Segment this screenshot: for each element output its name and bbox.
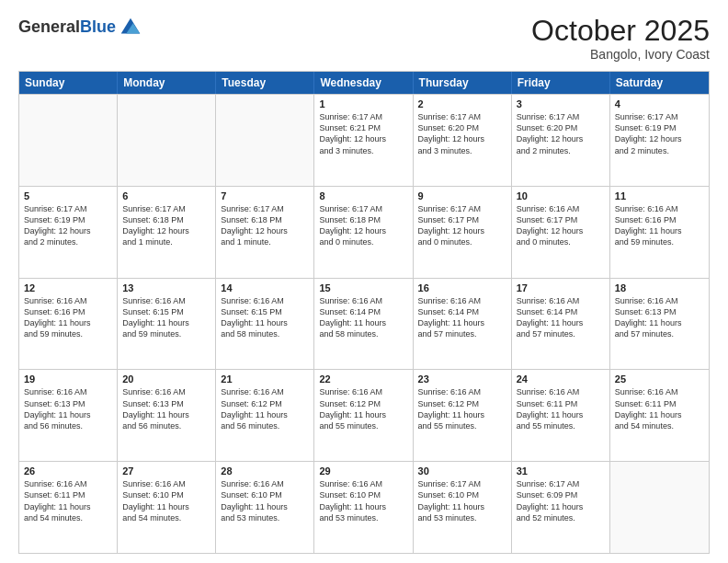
day-number: 26 [24, 465, 112, 477]
day-number: 4 [615, 98, 704, 109]
day-number: 20 [122, 373, 210, 385]
cal-cell-day-21: 21Sunrise: 6:16 AM Sunset: 6:12 PM Dayli… [216, 370, 314, 461]
calendar-header-row: SundayMondayTuesdayWednesdayThursdayFrid… [19, 72, 709, 94]
cal-header-saturday: Saturday [610, 72, 709, 94]
cell-info: Sunrise: 6:16 AM Sunset: 6:11 PM Dayligh… [24, 478, 112, 523]
cell-info: Sunrise: 6:16 AM Sunset: 6:13 PM Dayligh… [615, 295, 704, 340]
cal-header-thursday: Thursday [414, 72, 512, 94]
cal-cell-day-13: 13Sunrise: 6:16 AM Sunset: 6:15 PM Dayli… [118, 279, 216, 370]
day-number: 12 [24, 282, 112, 293]
cal-cell-day-19: 19Sunrise: 6:16 AM Sunset: 6:13 PM Dayli… [19, 370, 118, 461]
day-number: 10 [517, 190, 605, 201]
cell-info: Sunrise: 6:16 AM Sunset: 6:11 PM Dayligh… [615, 386, 704, 431]
cal-cell-day-7: 7Sunrise: 6:17 AM Sunset: 6:18 PM Daylig… [216, 187, 314, 278]
cal-cell-empty [19, 95, 118, 186]
cal-cell-day-27: 27Sunrise: 6:16 AM Sunset: 6:10 PM Dayli… [118, 462, 216, 553]
day-number: 18 [615, 282, 704, 293]
logo-general-text: General [18, 17, 80, 36]
cal-row-5: 26Sunrise: 6:16 AM Sunset: 6:11 PM Dayli… [19, 461, 709, 553]
cal-cell-day-2: 2Sunrise: 6:17 AM Sunset: 6:20 PM Daylig… [414, 95, 512, 186]
cal-header-friday: Friday [512, 72, 610, 94]
cell-info: Sunrise: 6:17 AM Sunset: 6:18 PM Dayligh… [319, 203, 407, 248]
day-number: 5 [24, 190, 112, 201]
day-number: 16 [418, 282, 506, 293]
day-number: 13 [122, 282, 210, 293]
cell-info: Sunrise: 6:17 AM Sunset: 6:17 PM Dayligh… [418, 203, 506, 248]
day-number: 2 [418, 98, 506, 109]
calendar: SundayMondayTuesdayWednesdayThursdayFrid… [18, 71, 710, 554]
cell-info: Sunrise: 6:16 AM Sunset: 6:14 PM Dayligh… [517, 295, 605, 340]
logo-icon [118, 15, 143, 40]
cal-cell-day-17: 17Sunrise: 6:16 AM Sunset: 6:14 PM Dayli… [512, 279, 610, 370]
cal-cell-day-5: 5Sunrise: 6:17 AM Sunset: 6:19 PM Daylig… [19, 187, 118, 278]
cell-info: Sunrise: 6:16 AM Sunset: 6:17 PM Dayligh… [517, 203, 605, 248]
cal-header-tuesday: Tuesday [216, 72, 314, 94]
cell-info: Sunrise: 6:16 AM Sunset: 6:12 PM Dayligh… [221, 386, 309, 431]
day-number: 27 [122, 465, 210, 477]
cell-info: Sunrise: 6:16 AM Sunset: 6:13 PM Dayligh… [122, 386, 210, 431]
cell-info: Sunrise: 6:17 AM Sunset: 6:09 PM Dayligh… [517, 478, 605, 523]
cell-info: Sunrise: 6:16 AM Sunset: 6:10 PM Dayligh… [221, 478, 309, 523]
day-number: 21 [221, 373, 309, 385]
cal-cell-day-28: 28Sunrise: 6:16 AM Sunset: 6:10 PM Dayli… [216, 462, 314, 553]
location-title: Bangolo, Ivory Coast [531, 47, 710, 62]
cal-header-monday: Monday [118, 72, 216, 94]
cell-info: Sunrise: 6:16 AM Sunset: 6:15 PM Dayligh… [221, 295, 309, 340]
cal-header-wednesday: Wednesday [314, 72, 413, 94]
cell-info: Sunrise: 6:16 AM Sunset: 6:13 PM Dayligh… [24, 386, 112, 431]
cal-cell-day-8: 8Sunrise: 6:17 AM Sunset: 6:18 PM Daylig… [314, 187, 413, 278]
cal-cell-empty [216, 95, 314, 186]
cal-row-4: 19Sunrise: 6:16 AM Sunset: 6:13 PM Dayli… [19, 369, 709, 461]
cal-header-sunday: Sunday [19, 72, 118, 94]
day-number: 7 [221, 190, 309, 201]
day-number: 19 [24, 373, 112, 385]
cal-cell-day-23: 23Sunrise: 6:16 AM Sunset: 6:12 PM Dayli… [414, 370, 512, 461]
cal-row-2: 5Sunrise: 6:17 AM Sunset: 6:19 PM Daylig… [19, 186, 709, 278]
cal-cell-day-10: 10Sunrise: 6:16 AM Sunset: 6:17 PM Dayli… [512, 187, 610, 278]
cal-cell-day-18: 18Sunrise: 6:16 AM Sunset: 6:13 PM Dayli… [610, 279, 709, 370]
day-number: 25 [615, 373, 704, 385]
cal-cell-day-16: 16Sunrise: 6:16 AM Sunset: 6:14 PM Dayli… [414, 279, 512, 370]
cell-info: Sunrise: 6:17 AM Sunset: 6:21 PM Dayligh… [319, 111, 407, 156]
cal-cell-day-1: 1Sunrise: 6:17 AM Sunset: 6:21 PM Daylig… [314, 95, 413, 186]
calendar-body: 1Sunrise: 6:17 AM Sunset: 6:21 PM Daylig… [19, 94, 709, 553]
day-number: 8 [319, 190, 407, 201]
day-number: 24 [517, 373, 605, 385]
cell-info: Sunrise: 6:17 AM Sunset: 6:18 PM Dayligh… [122, 203, 210, 248]
day-number: 23 [418, 373, 506, 385]
day-number: 15 [319, 282, 407, 293]
cal-cell-day-29: 29Sunrise: 6:16 AM Sunset: 6:10 PM Dayli… [314, 462, 413, 553]
calendar-page: GeneralBlue October 2025 Bangolo, Ivory … [0, 0, 728, 563]
cal-cell-day-12: 12Sunrise: 6:16 AM Sunset: 6:16 PM Dayli… [19, 279, 118, 370]
cell-info: Sunrise: 6:16 AM Sunset: 6:16 PM Dayligh… [24, 295, 112, 340]
cell-info: Sunrise: 6:16 AM Sunset: 6:10 PM Dayligh… [319, 478, 407, 523]
cell-info: Sunrise: 6:17 AM Sunset: 6:19 PM Dayligh… [615, 111, 704, 156]
cal-cell-day-26: 26Sunrise: 6:16 AM Sunset: 6:11 PM Dayli… [19, 462, 118, 553]
cal-cell-day-11: 11Sunrise: 6:16 AM Sunset: 6:16 PM Dayli… [610, 187, 709, 278]
title-block: October 2025 Bangolo, Ivory Coast [531, 15, 710, 62]
cal-cell-day-6: 6Sunrise: 6:17 AM Sunset: 6:18 PM Daylig… [118, 187, 216, 278]
cal-cell-day-15: 15Sunrise: 6:16 AM Sunset: 6:14 PM Dayli… [314, 279, 413, 370]
cell-info: Sunrise: 6:17 AM Sunset: 6:20 PM Dayligh… [418, 111, 506, 156]
day-number: 3 [517, 98, 605, 109]
cell-info: Sunrise: 6:17 AM Sunset: 6:18 PM Dayligh… [221, 203, 309, 248]
cell-info: Sunrise: 6:16 AM Sunset: 6:12 PM Dayligh… [418, 386, 506, 431]
cell-info: Sunrise: 6:16 AM Sunset: 6:14 PM Dayligh… [319, 295, 407, 340]
logo: GeneralBlue [18, 15, 143, 40]
day-number: 30 [418, 465, 506, 477]
logo-blue-text: Blue [80, 17, 116, 36]
cell-info: Sunrise: 6:16 AM Sunset: 6:11 PM Dayligh… [517, 386, 605, 431]
cal-cell-day-9: 9Sunrise: 6:17 AM Sunset: 6:17 PM Daylig… [414, 187, 512, 278]
cal-cell-day-31: 31Sunrise: 6:17 AM Sunset: 6:09 PM Dayli… [512, 462, 610, 553]
cell-info: Sunrise: 6:16 AM Sunset: 6:16 PM Dayligh… [615, 203, 704, 248]
cal-cell-empty [610, 462, 709, 553]
cal-cell-day-24: 24Sunrise: 6:16 AM Sunset: 6:11 PM Dayli… [512, 370, 610, 461]
cal-row-3: 12Sunrise: 6:16 AM Sunset: 6:16 PM Dayli… [19, 278, 709, 370]
cell-info: Sunrise: 6:16 AM Sunset: 6:15 PM Dayligh… [122, 295, 210, 340]
day-number: 31 [517, 465, 605, 477]
cal-cell-day-4: 4Sunrise: 6:17 AM Sunset: 6:19 PM Daylig… [610, 95, 709, 186]
cal-cell-day-20: 20Sunrise: 6:16 AM Sunset: 6:13 PM Dayli… [118, 370, 216, 461]
cal-cell-day-30: 30Sunrise: 6:17 AM Sunset: 6:10 PM Dayli… [414, 462, 512, 553]
cell-info: Sunrise: 6:17 AM Sunset: 6:10 PM Dayligh… [418, 478, 506, 523]
day-number: 29 [319, 465, 407, 477]
